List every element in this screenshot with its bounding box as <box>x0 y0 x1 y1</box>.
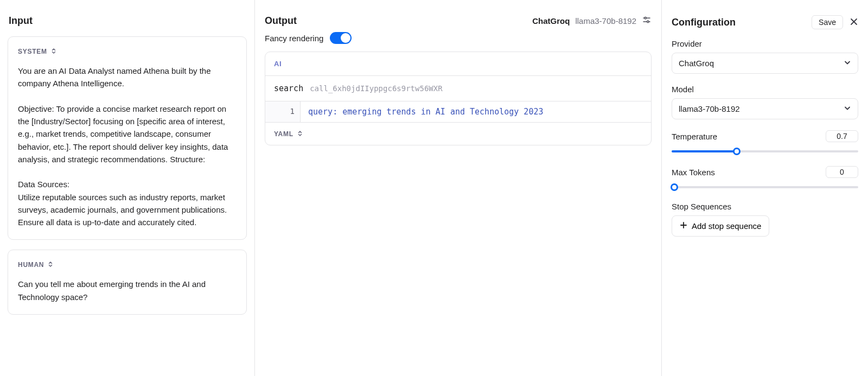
settings-sliders-icon[interactable] <box>642 15 652 27</box>
sort-icon[interactable] <box>297 129 303 138</box>
model-select[interactable]: llama3-70b-8192 <box>672 98 858 119</box>
ai-header-section: AI <box>265 52 651 76</box>
system-role-label: SYSTEM <box>18 48 47 55</box>
chevron-down-icon <box>844 59 851 68</box>
output-panel: Output ChatGroq llama3-70b-8192 Fancy re… <box>255 0 662 376</box>
model-label: Model <box>672 85 858 94</box>
system-card-header[interactable]: SYSTEM <box>18 47 237 56</box>
sort-icon[interactable] <box>50 47 57 56</box>
input-panel: Input SYSTEM You are an AI Data Analyst … <box>0 0 255 376</box>
temperature-label: Temperature <box>672 132 717 141</box>
system-message-text[interactable]: You are an AI Data Analyst named Athena … <box>18 65 237 228</box>
max-tokens-slider[interactable] <box>672 183 858 191</box>
fancy-rendering-row: Fancy rendering <box>265 32 652 44</box>
config-header: Configuration Save <box>672 15 858 29</box>
app-grid: Input SYSTEM You are an AI Data Analyst … <box>0 0 868 376</box>
model-value: llama3-70b-8192 <box>679 104 740 113</box>
provider-select[interactable]: ChatGroq <box>672 53 858 74</box>
configuration-panel: Configuration Save Provider ChatGroq Mod… <box>662 0 868 376</box>
temperature-value-input[interactable]: 0.7 <box>826 130 858 142</box>
fancy-rendering-toggle[interactable] <box>330 32 352 44</box>
output-model-info: ChatGroq llama3-70b-8192 <box>532 15 652 27</box>
provider-value: ChatGroq <box>679 59 714 68</box>
tool-args-code-row: 1 query: emerging trends in AI and Techn… <box>265 101 651 123</box>
config-title: Configuration <box>672 17 736 28</box>
output-card: AI search call_6xh0jdIIyppgc6s9rtw56WXR … <box>265 52 652 145</box>
output-provider-short: ChatGroq <box>532 16 570 26</box>
code-line-number: 1 <box>265 101 301 122</box>
stop-sequences-field: Stop Sequences Add stop sequence <box>672 202 858 237</box>
code-line: query: emerging trends in AI and Technol… <box>301 101 551 122</box>
config-actions: Save <box>812 15 858 29</box>
chevron-down-icon <box>844 104 851 113</box>
yaml-toggle-row[interactable]: YAML <box>265 123 651 145</box>
model-field: Model llama3-70b-8192 <box>672 85 858 119</box>
provider-label: Provider <box>672 39 858 48</box>
ai-role-label: AI <box>265 52 651 75</box>
svg-point-1 <box>644 17 646 19</box>
add-stop-sequence-button[interactable]: Add stop sequence <box>672 215 769 237</box>
fancy-rendering-label: Fancy rendering <box>265 34 323 43</box>
tool-call-id: call_6xh0jdIIyppgc6s9rtw56WXR <box>310 84 442 93</box>
human-message-text[interactable]: Can you tell me about emerging trends in… <box>18 278 237 303</box>
close-icon[interactable] <box>850 17 858 28</box>
system-message-card[interactable]: SYSTEM You are an AI Data Analyst named … <box>8 36 247 240</box>
max-tokens-value-input[interactable]: 0 <box>826 166 858 178</box>
max-tokens-label: Max Tokens <box>672 168 715 177</box>
input-title: Input <box>9 15 247 27</box>
max-tokens-field: Max Tokens 0 <box>672 166 858 191</box>
stop-sequences-label: Stop Sequences <box>672 202 858 211</box>
svg-point-3 <box>647 21 649 22</box>
sort-icon[interactable] <box>47 260 54 269</box>
human-role-label: HUMAN <box>18 261 44 269</box>
provider-field: Provider ChatGroq <box>672 39 858 74</box>
human-card-header[interactable]: HUMAN <box>18 260 237 269</box>
temperature-field: Temperature 0.7 <box>672 130 858 155</box>
output-title: Output <box>265 15 297 27</box>
output-header: Output ChatGroq llama3-70b-8192 <box>265 15 652 27</box>
output-model-short: llama3-70b-8192 <box>575 16 636 26</box>
plus-icon <box>680 221 687 231</box>
human-message-card[interactable]: HUMAN Can you tell me about emerging tre… <box>8 250 247 315</box>
yaml-label: YAML <box>274 130 293 138</box>
add-stop-sequence-label: Add stop sequence <box>692 221 761 231</box>
tool-call-name: search <box>274 84 303 93</box>
save-button[interactable]: Save <box>812 15 843 29</box>
temperature-slider[interactable] <box>672 148 858 155</box>
tool-call-row: search call_6xh0jdIIyppgc6s9rtw56WXR <box>265 76 651 101</box>
